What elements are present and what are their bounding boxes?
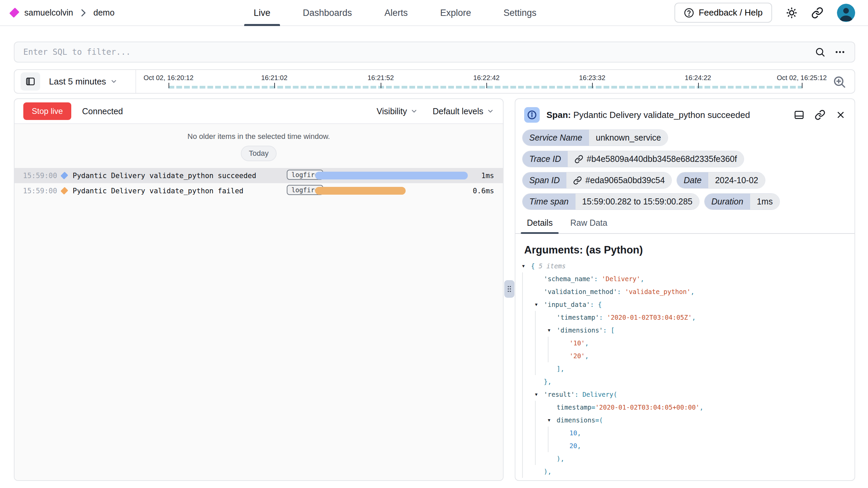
collapse-chevron-icon[interactable]: ▾ [548,414,557,426]
log-row[interactable]: 15:59:00Pydantic Delivery validate_pytho… [15,183,503,198]
span-panel-header: Span: Pydantic Delivery validate_python … [515,104,854,126]
empty-state-message: No older items in the selected time wind… [15,132,503,141]
search-icon [815,47,825,57]
search-button[interactable] [815,47,825,57]
code-token: ), [557,452,564,465]
zoom-in-icon [832,75,846,89]
logfire-logo-icon[interactable] [9,7,19,18]
log-message: Pydantic Delivery validate_python failed [73,187,244,195]
span-detail-panel: Span: Pydantic Delivery validate_python … [515,98,855,481]
dock-panel-button[interactable] [794,109,805,120]
sun-icon [786,7,798,19]
collapse-chevron-icon[interactable]: ▾ [535,388,544,401]
timeline-tick-mark [698,83,699,88]
indent-guide [522,388,535,401]
link-icon[interactable] [575,155,583,164]
code-token: timestamp [557,401,591,414]
level-diamond-icon [60,187,68,195]
log-list: 15:59:00Pydantic Delivery validate_pytho… [15,168,503,198]
default-levels-dropdown[interactable]: Default levels [433,106,494,116]
nav-tab-settings[interactable]: Settings [502,0,539,26]
close-button[interactable] [836,110,846,120]
collapse-chevron-icon[interactable]: ▾ [548,324,557,337]
share-link-button[interactable] [811,7,823,19]
close-icon [836,110,846,120]
zoom-in-button[interactable] [832,75,846,89]
tab-raw-data[interactable]: Raw Data [567,218,610,233]
timeline-tick-mark [169,83,169,88]
visibility-dropdown[interactable]: Visibility [377,106,418,116]
indent-guide [522,465,535,478]
breadcrumb-project[interactable]: demo [94,8,115,18]
more-options-button[interactable] [834,46,846,58]
indent-guide [535,401,548,414]
link-icon[interactable] [573,176,582,185]
log-list-area: No older items in the selected time wind… [15,124,503,480]
sql-filter-bar [14,42,855,63]
indent-guide [535,414,548,426]
code-token: =( [595,414,603,426]
link-icon [815,109,825,120]
code-line: ▾{ 5 items [522,260,848,272]
live-panel: Stop live Connected Visibility Default l… [14,98,504,481]
attribute-badge: Span ID#eda9065a0bd39c54 [522,172,672,189]
breadcrumb-org[interactable]: samuelcolvin [24,8,73,18]
code-token: , [699,401,703,414]
attribute-label: Date [677,172,708,188]
indent-guide [522,439,535,452]
main-nav: LiveDashboardsAlertsExploreSettings [252,0,538,26]
attribute-badge: Time span15:59:00.282 to 15:59:00.285 [522,193,699,210]
span-attributes: Service Nameunknown_serviceTrace ID#b4e5… [515,126,854,211]
code-line: ▾'result': Delivery( [522,388,848,401]
sql-filter-input[interactable] [23,47,815,57]
code-token: 'Delivery' [602,272,640,285]
time-range-dropdown[interactable]: Last 5 minutes [49,76,118,87]
timeline-tick-label: 16:22:42 [473,74,500,82]
indent-guide [535,362,548,375]
code-token: 'input_data' [544,298,590,311]
nav-tab-alerts[interactable]: Alerts [382,0,410,26]
code-line: 20, [522,439,848,452]
timeline-tick-mark [274,83,275,88]
collapse-chevron-icon[interactable]: ▾ [522,260,531,272]
code-token: : [575,388,583,401]
live-panel-header: Stop live Connected Visibility Default l… [15,99,503,124]
log-row[interactable]: 15:59:00Pydantic Delivery validate_pytho… [15,168,503,183]
code-tree: ▾{ 5 items'schema_name': 'Delivery','val… [515,258,854,480]
span-title-prefix: Span: [546,110,571,120]
feedback-help-button[interactable]: Feedback / Help [674,3,772,23]
log-timestamp: 15:59:00 [23,187,57,195]
attribute-label: Span ID [522,172,566,188]
nav-tab-live[interactable]: Live [252,0,273,26]
code-token: 'validate_python' [625,285,690,298]
level-diamond-icon [60,172,68,179]
theme-toggle-button[interactable] [786,7,798,19]
copy-link-button[interactable] [815,109,825,120]
code-line: ▾'dimensions': [ [522,324,848,337]
code-token: dimensions [557,414,595,426]
user-avatar[interactable] [837,4,855,22]
timeline[interactable]: Oct 02, 16:20:1216:21:0216:21:5216:22:42… [136,70,854,93]
indent-guide [522,375,535,388]
code-token: 5 items [539,260,566,272]
code-token: : [603,324,611,337]
panel-left-icon [25,76,35,87]
code-token: Delivery( [582,388,617,401]
panel-bottom-icon [794,109,805,120]
panel-resize-handle[interactable] [504,280,514,298]
detail-tabs: DetailsRaw Data [515,218,854,234]
stop-live-button[interactable]: Stop live [23,102,71,120]
visibility-label: Visibility [377,106,407,116]
indent-guide [522,285,535,298]
span-title: Span: Pydantic Delivery validate_python … [546,110,750,120]
nav-tab-explore[interactable]: Explore [438,0,473,26]
timeline-dashed-line [169,86,802,89]
arguments-heading: Arguments: (as Python) [515,234,854,258]
sidebar-toggle-button[interactable] [21,72,40,91]
indent-guide [522,426,535,439]
time-range-label: Last 5 minutes [49,76,106,87]
nav-tab-dashboards[interactable]: Dashboards [301,0,354,26]
code-token: '2020-01-02T03:04:05Z' [607,311,692,324]
collapse-chevron-icon[interactable]: ▾ [535,298,544,311]
tab-details[interactable]: Details [524,218,555,233]
